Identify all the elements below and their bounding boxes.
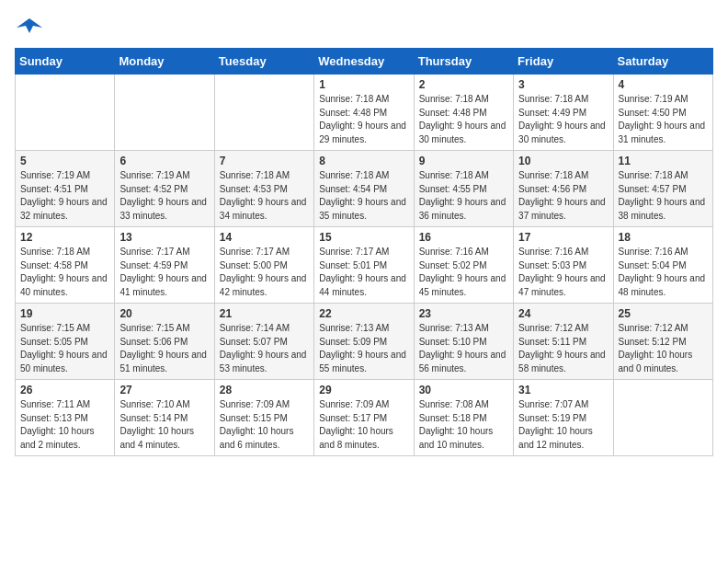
calendar-cell: 25Sunrise: 7:12 AMSunset: 5:12 PMDayligh… (613, 304, 712, 380)
day-info: Sunrise: 7:14 AMSunset: 5:07 PMDaylight:… (220, 322, 309, 375)
day-info: Sunrise: 7:18 AMSunset: 4:48 PMDaylight:… (319, 93, 408, 146)
day-info: Sunrise: 7:19 AMSunset: 4:50 PMDaylight:… (619, 93, 708, 146)
day-info: Sunrise: 7:09 AMSunset: 5:17 PMDaylight:… (319, 398, 408, 452)
calendar-cell: 21Sunrise: 7:14 AMSunset: 5:07 PMDayligh… (214, 304, 313, 380)
calendar-cell: 22Sunrise: 7:13 AMSunset: 5:09 PMDayligh… (314, 304, 414, 380)
day-number: 25 (619, 307, 708, 320)
calendar-cell: 14Sunrise: 7:17 AMSunset: 5:00 PMDayligh… (214, 227, 313, 304)
calendar-week-row: 5Sunrise: 7:19 AMSunset: 4:51 PMDaylight… (16, 151, 713, 227)
day-number: 10 (518, 155, 608, 167)
day-number: 6 (119, 155, 209, 167)
calendar-cell: 11Sunrise: 7:18 AMSunset: 4:57 PMDayligh… (613, 151, 712, 227)
calendar-cell: 8Sunrise: 7:18 AMSunset: 4:54 PMDaylight… (314, 151, 414, 227)
day-info: Sunrise: 7:16 AMSunset: 5:03 PMDaylight:… (518, 246, 608, 299)
calendar-cell: 29Sunrise: 7:09 AMSunset: 5:17 PMDayligh… (314, 380, 414, 456)
logo-bird-icon (17, 15, 42, 40)
day-info: Sunrise: 7:17 AMSunset: 5:01 PMDaylight:… (319, 246, 408, 299)
weekday-header-sunday: Sunday (16, 49, 115, 75)
calendar-cell: 17Sunrise: 7:16 AMSunset: 5:03 PMDayligh… (514, 227, 613, 304)
logo (15, 15, 42, 40)
day-info: Sunrise: 7:18 AMSunset: 4:48 PMDaylight:… (419, 93, 508, 146)
day-info: Sunrise: 7:18 AMSunset: 4:58 PMDaylight:… (20, 246, 109, 299)
day-number: 28 (220, 384, 309, 396)
calendar-cell: 16Sunrise: 7:16 AMSunset: 5:02 PMDayligh… (414, 227, 513, 304)
day-info: Sunrise: 7:13 AMSunset: 5:10 PMDaylight:… (419, 322, 508, 375)
day-info: Sunrise: 7:18 AMSunset: 4:49 PMDaylight:… (518, 93, 608, 146)
calendar-cell: 19Sunrise: 7:15 AMSunset: 5:05 PMDayligh… (16, 304, 115, 380)
calendar-cell: 31Sunrise: 7:07 AMSunset: 5:19 PMDayligh… (514, 380, 613, 456)
day-info: Sunrise: 7:18 AMSunset: 4:53 PMDaylight:… (220, 169, 309, 223)
day-number: 7 (220, 155, 309, 167)
calendar-header-row: SundayMondayTuesdayWednesdayThursdayFrid… (16, 49, 713, 75)
day-info: Sunrise: 7:17 AMSunset: 5:00 PMDaylight:… (220, 246, 309, 299)
day-number: 9 (419, 155, 508, 167)
calendar-cell (214, 75, 313, 151)
day-number: 15 (319, 231, 408, 244)
weekday-header-tuesday: Tuesday (214, 49, 313, 75)
day-info: Sunrise: 7:15 AMSunset: 5:06 PMDaylight:… (119, 322, 209, 375)
day-number: 24 (518, 307, 608, 320)
weekday-header-wednesday: Wednesday (314, 49, 414, 75)
weekday-header-monday: Monday (115, 49, 214, 75)
day-number: 8 (319, 155, 408, 167)
calendar-week-row: 12Sunrise: 7:18 AMSunset: 4:58 PMDayligh… (16, 227, 713, 304)
calendar-cell: 27Sunrise: 7:10 AMSunset: 5:14 PMDayligh… (115, 380, 214, 456)
day-info: Sunrise: 7:16 AMSunset: 5:02 PMDaylight:… (419, 246, 508, 299)
weekday-header-friday: Friday (514, 49, 613, 75)
day-info: Sunrise: 7:12 AMSunset: 5:11 PMDaylight:… (518, 322, 608, 375)
day-info: Sunrise: 7:09 AMSunset: 5:15 PMDaylight:… (220, 398, 309, 452)
calendar-cell (16, 75, 115, 151)
weekday-header-thursday: Thursday (414, 49, 513, 75)
day-number: 23 (419, 307, 508, 320)
calendar-cell: 15Sunrise: 7:17 AMSunset: 5:01 PMDayligh… (314, 227, 414, 304)
calendar-cell: 7Sunrise: 7:18 AMSunset: 4:53 PMDaylight… (214, 151, 313, 227)
day-info: Sunrise: 7:10 AMSunset: 5:14 PMDaylight:… (119, 398, 209, 452)
day-number: 13 (119, 231, 209, 244)
day-number: 17 (518, 231, 608, 244)
day-info: Sunrise: 7:08 AMSunset: 5:18 PMDaylight:… (419, 398, 508, 452)
calendar-cell: 3Sunrise: 7:18 AMSunset: 4:49 PMDaylight… (514, 75, 613, 151)
calendar-cell: 28Sunrise: 7:09 AMSunset: 5:15 PMDayligh… (214, 380, 313, 456)
calendar-cell: 12Sunrise: 7:18 AMSunset: 4:58 PMDayligh… (16, 227, 115, 304)
calendar-cell: 30Sunrise: 7:08 AMSunset: 5:18 PMDayligh… (414, 380, 513, 456)
day-info: Sunrise: 7:15 AMSunset: 5:05 PMDaylight:… (20, 322, 109, 375)
day-info: Sunrise: 7:07 AMSunset: 5:19 PMDaylight:… (518, 398, 608, 452)
calendar-week-row: 26Sunrise: 7:11 AMSunset: 5:13 PMDayligh… (16, 380, 713, 456)
day-number: 4 (619, 78, 708, 91)
calendar-cell: 2Sunrise: 7:18 AMSunset: 4:48 PMDaylight… (414, 75, 513, 151)
day-number: 5 (20, 155, 109, 167)
day-info: Sunrise: 7:18 AMSunset: 4:55 PMDaylight:… (419, 169, 508, 223)
day-number: 22 (319, 307, 408, 320)
calendar-cell: 13Sunrise: 7:17 AMSunset: 4:59 PMDayligh… (115, 227, 214, 304)
weekday-header-saturday: Saturday (613, 49, 712, 75)
day-number: 16 (419, 231, 508, 244)
day-info: Sunrise: 7:18 AMSunset: 4:56 PMDaylight:… (518, 169, 608, 223)
day-number: 19 (20, 307, 109, 320)
day-number: 27 (119, 384, 209, 396)
day-info: Sunrise: 7:18 AMSunset: 4:54 PMDaylight:… (319, 169, 408, 223)
day-number: 1 (319, 78, 408, 91)
day-info: Sunrise: 7:12 AMSunset: 5:12 PMDaylight:… (619, 322, 708, 375)
day-info: Sunrise: 7:19 AMSunset: 4:51 PMDaylight:… (20, 169, 109, 223)
calendar-cell: 5Sunrise: 7:19 AMSunset: 4:51 PMDaylight… (16, 151, 115, 227)
calendar-cell: 18Sunrise: 7:16 AMSunset: 5:04 PMDayligh… (613, 227, 712, 304)
calendar-table: SundayMondayTuesdayWednesdayThursdayFrid… (15, 48, 713, 456)
calendar-cell (115, 75, 214, 151)
calendar-week-row: 19Sunrise: 7:15 AMSunset: 5:05 PMDayligh… (16, 304, 713, 380)
calendar-cell: 9Sunrise: 7:18 AMSunset: 4:55 PMDaylight… (414, 151, 513, 227)
calendar-week-row: 1Sunrise: 7:18 AMSunset: 4:48 PMDaylight… (16, 75, 713, 151)
day-number: 29 (319, 384, 408, 396)
day-info: Sunrise: 7:11 AMSunset: 5:13 PMDaylight:… (20, 398, 109, 452)
day-info: Sunrise: 7:19 AMSunset: 4:52 PMDaylight:… (119, 169, 209, 223)
day-info: Sunrise: 7:16 AMSunset: 5:04 PMDaylight:… (619, 246, 708, 299)
calendar-cell: 4Sunrise: 7:19 AMSunset: 4:50 PMDaylight… (613, 75, 712, 151)
day-number: 18 (619, 231, 708, 244)
calendar-cell: 1Sunrise: 7:18 AMSunset: 4:48 PMDaylight… (314, 75, 414, 151)
day-number: 21 (220, 307, 309, 320)
day-number: 14 (220, 231, 309, 244)
day-number: 31 (518, 384, 608, 396)
calendar-cell: 26Sunrise: 7:11 AMSunset: 5:13 PMDayligh… (16, 380, 115, 456)
day-number: 26 (20, 384, 109, 396)
calendar-cell: 20Sunrise: 7:15 AMSunset: 5:06 PMDayligh… (115, 304, 214, 380)
calendar-cell: 10Sunrise: 7:18 AMSunset: 4:56 PMDayligh… (514, 151, 613, 227)
